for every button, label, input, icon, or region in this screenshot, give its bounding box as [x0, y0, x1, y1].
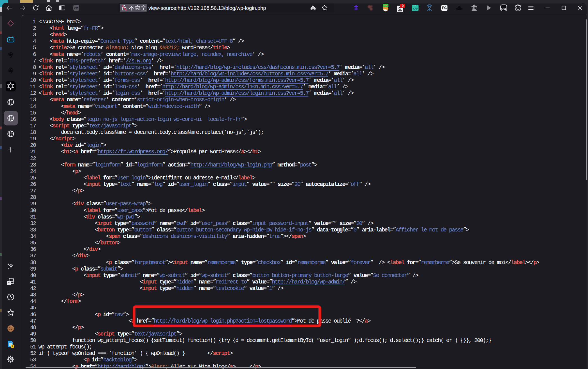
svg-text:</>: </>: [413, 8, 418, 11]
svg-text:0: 0: [402, 4, 404, 8]
